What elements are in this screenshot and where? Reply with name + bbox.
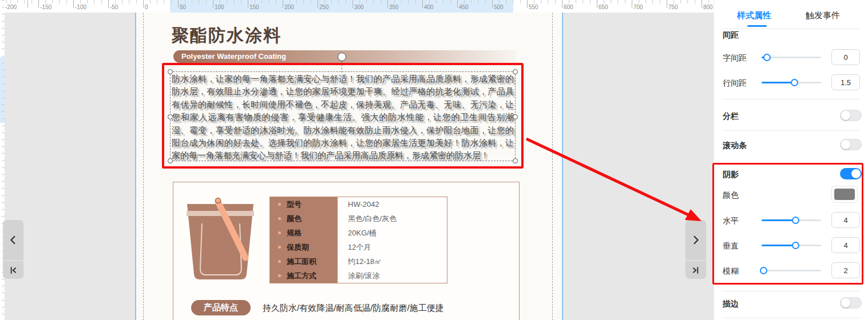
bullet-icon: [278, 274, 281, 277]
ruler-label: 0: [145, 4, 148, 10]
shadow-horizontal-label: 水平: [723, 216, 739, 226]
shadow-vertical-input[interactable]: 4: [831, 237, 860, 253]
spec-label: 保质期: [287, 242, 309, 253]
line-spacing-input[interactable]: 1.5: [831, 74, 860, 90]
prev-page-button[interactable]: [3, 220, 23, 260]
pager-right: [685, 220, 706, 279]
selection-handle-mid-left[interactable]: [168, 114, 173, 119]
shadow-blur-slider[interactable]: [762, 267, 821, 274]
ruler-label: 400: [424, 4, 434, 10]
selection-handle-top-left[interactable]: [168, 69, 173, 74]
page-title[interactable]: 聚酯防水涂料: [172, 24, 282, 47]
shadow-color-label: 颜色: [723, 190, 739, 201]
ruler-label: 350: [389, 4, 399, 10]
selection-handle-bottom-right[interactable]: [513, 158, 518, 163]
tab-style-properties[interactable]: 样式属性: [737, 10, 771, 21]
shadow-vertical-slider[interactable]: [762, 242, 821, 249]
ruler-label: 800: [703, 4, 713, 10]
divider: [723, 291, 860, 291]
ruler-label: 50: [180, 4, 186, 10]
scrollbar-toggle[interactable]: [840, 139, 862, 150]
skip-to-first-icon: [7, 265, 19, 276]
letter-spacing-input[interactable]: 0: [831, 49, 860, 65]
spec-value: 约12-18㎡: [338, 254, 447, 269]
ruler-label: 200: [284, 4, 294, 10]
ruler-label: 750: [668, 4, 678, 10]
canvas-offpage-left: [5, 13, 135, 320]
spec-table: 型号 HW-2042 颜色 黑色/白色/灰色 规格 20KG/桶 保质期 12个…: [269, 197, 447, 283]
line-spacing-label: 行间距: [723, 78, 747, 89]
spec-label: 施工方式: [287, 271, 316, 281]
stroke-toggle[interactable]: [840, 297, 862, 309]
rotation-handle-line: [342, 61, 342, 73]
chevron-left-icon: [7, 234, 19, 246]
slider-knob[interactable]: [763, 54, 771, 61]
product-card[interactable]: 型号 HW-2042 颜色 黑色/白色/灰色 规格 20KG/桶 保质期 12个…: [173, 182, 520, 320]
letter-spacing-label: 字间距: [723, 53, 747, 63]
ruler-label: 600: [564, 4, 573, 10]
spec-value: 20KG/桶: [338, 226, 447, 240]
ruler-label: 100: [215, 4, 224, 10]
ruler-label: -150: [40, 4, 51, 10]
bullet-icon: [278, 231, 281, 234]
chevron-right-icon: [689, 234, 702, 246]
columns-label: 分栏: [723, 111, 739, 122]
shadow-horizontal-slider[interactable]: [762, 217, 821, 224]
spec-value: 12个月: [338, 240, 447, 254]
line-spacing-slider[interactable]: [762, 79, 821, 86]
pager-left: [3, 220, 23, 279]
divider: [723, 318, 860, 318]
spec-value: 涂刷/滚涂: [338, 269, 447, 283]
slider-knob[interactable]: [760, 267, 767, 274]
rotation-handle[interactable]: [338, 53, 346, 61]
section-spacing-title: 间距: [723, 30, 739, 41]
table-row: 颜色 黑色/白色/灰色: [270, 211, 447, 226]
page-left-edge-line: [135, 13, 136, 320]
slider-knob[interactable]: [792, 217, 799, 224]
table-row: 保质期 12个月: [270, 240, 447, 254]
ruler-label: 300: [354, 4, 364, 10]
selection-handle-bottom-left[interactable]: [168, 158, 173, 163]
spec-label: 施工面积: [287, 257, 316, 267]
shadow-blur-label: 模糊: [723, 266, 739, 277]
selection-handle-top-right[interactable]: [513, 69, 518, 74]
features-badge: 产品特点: [191, 300, 251, 315]
ruler-label: 550: [529, 4, 538, 10]
ruler-label: -50: [110, 4, 118, 10]
tab-trigger-events[interactable]: 触发事件: [806, 10, 840, 21]
first-page-button[interactable]: [3, 261, 23, 279]
ruler-horizontal: -200-150-100-500501001502002503003504004…: [5, 0, 714, 13]
selection-handle-mid-right[interactable]: [513, 114, 518, 119]
shadow-color-picker[interactable]: [831, 186, 858, 203]
slider-knob[interactable]: [792, 242, 799, 249]
letter-spacing-slider[interactable]: [762, 54, 821, 61]
scrollbar-label: 滚动条: [723, 141, 747, 151]
ruler-label: 250: [319, 4, 329, 10]
shadow-toggle[interactable]: [840, 168, 862, 179]
spec-value: HW-2042: [338, 197, 447, 211]
columns-toggle[interactable]: [840, 110, 862, 121]
ruler-label: -200: [5, 4, 17, 10]
ruler-label: 150: [249, 4, 259, 10]
next-page-button[interactable]: [685, 220, 706, 260]
last-page-button[interactable]: [685, 261, 706, 279]
divider: [723, 130, 860, 131]
page-right-edge-line: [562, 13, 563, 320]
ruler-label: 450: [459, 4, 469, 10]
ruler-label: 500: [494, 4, 504, 10]
shadow-vertical-label: 垂直: [723, 241, 739, 251]
active-tab-indicator: [747, 25, 767, 27]
ruler-label: 650: [599, 4, 608, 10]
shadow-horizontal-input[interactable]: 4: [831, 212, 860, 228]
stroke-label: 描边: [723, 299, 739, 309]
properties-panel: 样式属性 触发事件 间距 字间距 0 行间距 1.5 分栏 滚动条 阴影 颜色 …: [714, 0, 868, 320]
table-row: 规格 20KG/桶: [270, 226, 447, 240]
shadow-blur-input[interactable]: 2: [831, 262, 860, 278]
shadow-color-swatch: [834, 189, 855, 200]
panel-tabs: 样式属性 触发事件: [714, 10, 868, 25]
features-text: 持久防水/有效降温/耐高低温/防腐耐磨/施工便捷: [263, 303, 444, 314]
ruler-label: -100: [75, 4, 86, 10]
slider-knob[interactable]: [791, 79, 798, 86]
skip-to-last-icon: [690, 265, 701, 276]
bullet-icon: [278, 246, 281, 249]
